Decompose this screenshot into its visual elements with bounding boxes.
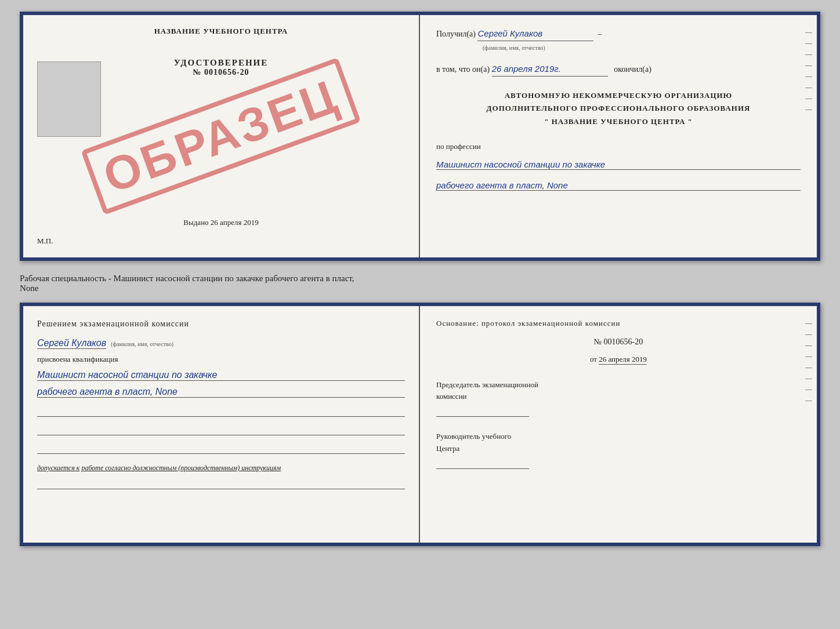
dash-b5 bbox=[805, 368, 812, 368]
fio-komissia: Сергей Кулаков bbox=[37, 338, 106, 349]
vtomchto-label: в том, что он(а) bbox=[436, 65, 490, 74]
dash4 bbox=[805, 66, 812, 66]
org-line2: ДОПОЛНИТЕЛЬНОГО ПРОФЕССИОНАЛЬНОГО ОБРАЗО… bbox=[436, 102, 801, 115]
dash-b6 bbox=[805, 379, 812, 379]
dash3 bbox=[805, 54, 812, 55]
qual-line2: рабочего агента в пласт, None bbox=[37, 387, 405, 398]
photo-placeholder bbox=[37, 61, 101, 137]
fio-handwritten: Сергей Кулаков bbox=[477, 27, 593, 41]
rukovoditel-block: Руководитель учебного Центра bbox=[436, 431, 801, 471]
right-dashes2 bbox=[805, 323, 812, 401]
predsedatel-block: Председатель экзаменационной комиссии bbox=[436, 379, 801, 420]
prof-line2: рабочего агента в пласт, None bbox=[436, 180, 801, 191]
predsedatel-label: Председатель экзаменационной комиссии bbox=[436, 379, 801, 403]
empty-line4 bbox=[37, 478, 405, 489]
komissia-title: Решением экзаменационной комиссии bbox=[37, 318, 405, 330]
fio-small-label: (фамилия, имя, отчество) bbox=[483, 45, 545, 51]
predsedatel-sign-line bbox=[436, 405, 529, 417]
poluchil-line: Получил(а) Сергей Кулаков – (фамилия, им… bbox=[436, 27, 801, 54]
top-left-panel: НАЗВАНИЕ УЧЕБНОГО ЦЕНТРА УДОСТОВЕРЕНИЕ №… bbox=[23, 15, 420, 257]
rukovoditel-sign-line bbox=[436, 457, 529, 469]
dash6 bbox=[805, 88, 812, 88]
empty-line3 bbox=[37, 442, 405, 454]
dash2 bbox=[805, 43, 812, 44]
org-line1: АВТОНОМНУЮ НЕКОММЕРЧЕСКУЮ ОРГАНИЗАЦИЮ bbox=[436, 89, 801, 102]
org-block: АВТОНОМНУЮ НЕКОММЕРЧЕСКУЮ ОРГАНИЗАЦИЮ ДО… bbox=[436, 89, 801, 128]
fio-komissia-block: Сергей Кулаков (фамилия, имя, отчество) bbox=[37, 338, 405, 349]
prisvoena-label: присвоена квалификация bbox=[37, 355, 405, 364]
cert-nomer: № 0010656-20 bbox=[193, 68, 249, 77]
protocol-nomer: № 0010656-20 bbox=[436, 337, 801, 347]
mp-label: М.П. bbox=[37, 237, 53, 246]
poluchil-label: Получил(а) bbox=[436, 30, 476, 38]
date-handwritten: 26 апреля 2019г. bbox=[492, 62, 608, 77]
bottom-left-panel: Решением экзаменационной комиссии Сергей… bbox=[23, 306, 420, 543]
dash-b8 bbox=[805, 401, 812, 401]
ot-date-value: 26 апреля 2019 bbox=[599, 355, 647, 365]
vydano-line: Выдано 26 апреля 2019 bbox=[23, 218, 419, 227]
okonchil-label: окончил(а) bbox=[614, 65, 651, 74]
top-center-title: НАЗВАНИЕ УЧЕБНОГО ЦЕНТРА bbox=[37, 27, 405, 36]
osnovanie-label: Основание: протокол экзаменационной коми… bbox=[436, 318, 801, 329]
dash8 bbox=[805, 110, 812, 110]
top-certificate: НАЗВАНИЕ УЧЕБНОГО ЦЕНТРА УДОСТОВЕРЕНИЕ №… bbox=[20, 12, 820, 261]
ot-label: от bbox=[590, 355, 597, 363]
vtomchto-line: в том, что он(а) 26 апреля 2019г. окончи… bbox=[436, 62, 801, 77]
dash1 bbox=[805, 32, 812, 33]
obrazec-stamp: ОБРАЗЕЦ bbox=[81, 57, 361, 215]
dash-b7 bbox=[805, 390, 812, 390]
bottom-certificate: Решением экзаменационной комиссии Сергей… bbox=[20, 303, 820, 546]
right-dashes bbox=[805, 32, 812, 110]
dopuskaetsya-label: допускается к bbox=[37, 464, 79, 472]
dash-b1 bbox=[805, 323, 812, 324]
udostoverenie-label: УДОСТОВЕРЕНИЕ bbox=[174, 58, 269, 68]
org-line3: " НАЗВАНИЕ УЧЕБНОГО ЦЕНТРА " bbox=[436, 115, 801, 128]
dash-b4 bbox=[805, 357, 812, 357]
empty-line1 bbox=[37, 405, 405, 417]
prof-line1: Машинист насосной станции по закачке bbox=[436, 159, 801, 170]
dash7 bbox=[805, 99, 812, 99]
dopuskaetsya-text: работе согласно должностным (производств… bbox=[81, 464, 281, 472]
dash-b3 bbox=[805, 346, 812, 346]
top-right-panel: Получил(а) Сергей Кулаков – (фамилия, им… bbox=[420, 15, 817, 257]
empty-line2 bbox=[37, 424, 405, 435]
qual-line1: Машинист насосной станции по закачке bbox=[37, 370, 405, 381]
po-profesii-label: по профессии bbox=[436, 142, 801, 151]
rukovoditel-label: Руководитель учебного Центра bbox=[436, 431, 801, 455]
middle-label: Рабочая специальность - Машинист насосно… bbox=[20, 270, 820, 293]
dash-b2 bbox=[805, 335, 812, 335]
ot-date: от 26 апреля 2019 bbox=[436, 355, 801, 364]
fio-komissia-small: (фамилия, имя, отчество) bbox=[111, 341, 173, 347]
dash5 bbox=[805, 77, 812, 77]
dopuskaetsya-block: допускается к работе согласно должностны… bbox=[37, 464, 405, 472]
bottom-right-panel: Основание: протокол экзаменационной коми… bbox=[420, 306, 817, 543]
